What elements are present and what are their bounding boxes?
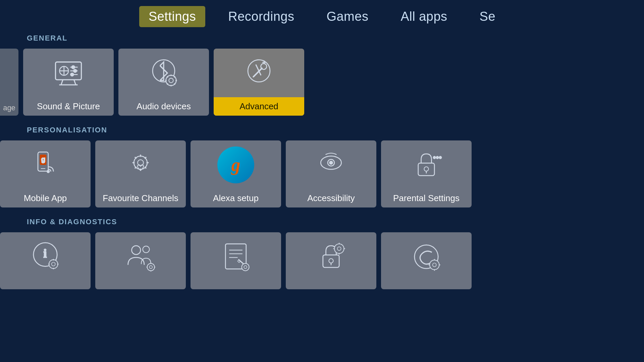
info-diagnostics-section-label: INFO & DIAGNOSTICS bbox=[27, 218, 624, 226]
tile-diagnostics[interactable] bbox=[191, 232, 281, 289]
top-navigation: Settings Recordings Games All apps Se bbox=[0, 0, 644, 31]
general-section-label: GENERAL bbox=[27, 34, 624, 43]
tile-sound-picture-label: Sound & Picture bbox=[23, 97, 114, 116]
tile-advanced-label: Advanced bbox=[214, 97, 304, 116]
tile-sound-picture[interactable]: Sound & Picture bbox=[23, 49, 114, 116]
svg-line-2 bbox=[74, 79, 76, 84]
advanced-icon bbox=[240, 49, 277, 97]
svg-point-54 bbox=[439, 156, 442, 159]
svg-line-1 bbox=[61, 79, 63, 84]
tile-storage-partial[interactable]: age bbox=[0, 49, 18, 116]
svg-point-89 bbox=[430, 260, 439, 270]
nav-all-apps[interactable]: All apps bbox=[391, 6, 457, 27]
tile-copyright-label bbox=[381, 281, 472, 289]
tile-accessibility[interactable]: Accessibility bbox=[286, 140, 376, 207]
tile-favourite-channels[interactable]: Favourite Channels bbox=[95, 140, 186, 207]
info-diagnostics-tiles-row: i bbox=[0, 232, 624, 289]
svg-point-57 bbox=[49, 260, 58, 268]
svg-point-12 bbox=[71, 73, 74, 76]
parental-settings-icon bbox=[408, 140, 445, 189]
svg-point-48 bbox=[330, 161, 333, 164]
tile-account[interactable] bbox=[95, 232, 186, 289]
tile-storage-label: age bbox=[2, 100, 17, 116]
tile-copyright[interactable] bbox=[381, 232, 472, 289]
tile-advanced[interactable]: Advanced bbox=[214, 49, 304, 116]
svg-rect-49 bbox=[418, 163, 434, 175]
copyright-icon bbox=[408, 232, 445, 281]
tile-info-label bbox=[0, 281, 91, 289]
tile-audio-devices-label: Audio devices bbox=[118, 97, 209, 116]
account-icon bbox=[122, 232, 159, 281]
settings-content: GENERAL age bbox=[0, 31, 644, 289]
tile-parental-settings[interactable]: Parental Settings bbox=[381, 140, 472, 207]
nav-search[interactable]: Se bbox=[470, 6, 505, 27]
tile-alexa-setup-label: Alexa setup bbox=[191, 189, 281, 207]
mobile-app-icon: g bbox=[27, 140, 64, 189]
svg-point-65 bbox=[147, 263, 155, 271]
tile-info[interactable]: i bbox=[0, 232, 91, 289]
tile-mobile-app-label: Mobile App bbox=[0, 189, 91, 207]
general-tiles-row: age bbox=[0, 49, 624, 116]
svg-text:i: i bbox=[44, 247, 47, 260]
svg-point-63 bbox=[132, 246, 141, 254]
svg-point-53 bbox=[436, 156, 439, 159]
personalisation-section-label: PERSONALISATION bbox=[27, 126, 624, 134]
personalisation-tiles-row: g Mobile App bbox=[0, 140, 624, 207]
sound-picture-icon bbox=[50, 49, 87, 97]
nav-settings[interactable]: Settings bbox=[139, 6, 205, 27]
nav-games[interactable]: Games bbox=[317, 6, 378, 27]
tile-security-label bbox=[286, 281, 376, 289]
tile-alexa-setup[interactable]: g Alexa setup bbox=[191, 140, 281, 207]
svg-point-80 bbox=[329, 259, 333, 263]
alexa-setup-icon: g bbox=[217, 140, 254, 189]
tile-parental-settings-label: Parental Settings bbox=[381, 189, 472, 207]
tile-favourite-channels-label: Favourite Channels bbox=[95, 189, 186, 207]
svg-point-52 bbox=[433, 156, 436, 159]
svg-point-10 bbox=[73, 69, 76, 72]
svg-text:g: g bbox=[41, 156, 45, 163]
svg-point-82 bbox=[334, 244, 344, 254]
svg-rect-79 bbox=[323, 255, 339, 267]
svg-point-64 bbox=[143, 246, 150, 253]
svg-point-50 bbox=[424, 167, 428, 171]
favourite-channels-icon bbox=[122, 140, 159, 189]
diagnostics-icon bbox=[217, 232, 254, 281]
tile-account-label bbox=[95, 281, 186, 289]
security-icon bbox=[313, 232, 350, 281]
svg-point-77 bbox=[242, 263, 249, 271]
audio-devices-icon bbox=[145, 49, 182, 97]
svg-point-8 bbox=[72, 66, 75, 69]
tile-mobile-app[interactable]: g Mobile App bbox=[0, 140, 91, 207]
tile-audio-devices[interactable]: Audio devices bbox=[118, 49, 209, 116]
tile-diagnostics-label bbox=[191, 281, 281, 289]
svg-point-27 bbox=[261, 63, 267, 69]
tile-security[interactable] bbox=[286, 232, 376, 289]
info-icon: i bbox=[27, 232, 64, 281]
svg-point-35 bbox=[47, 170, 50, 173]
tile-accessibility-label: Accessibility bbox=[286, 189, 376, 207]
nav-recordings[interactable]: Recordings bbox=[219, 6, 304, 27]
accessibility-icon bbox=[313, 140, 350, 189]
